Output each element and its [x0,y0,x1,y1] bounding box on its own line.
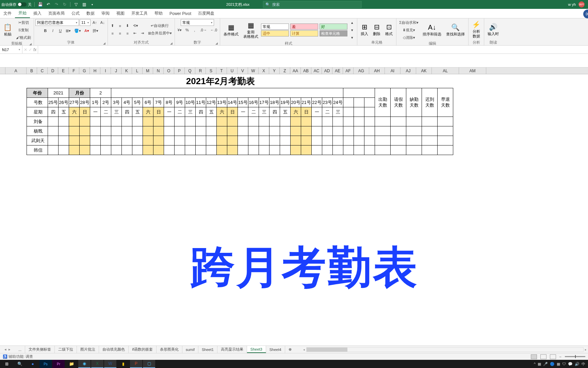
weekday-cell[interactable]: 一 [312,107,322,117]
attendance-cell[interactable] [280,145,291,155]
attendance-cell[interactable] [111,126,122,136]
attendance-cell[interactable] [322,145,333,155]
attendance-cell[interactable] [238,145,248,155]
attendance-cell[interactable] [101,136,111,145]
column-header[interactable]: AJ [401,67,416,74]
autosave-toggle[interactable]: 自动保存 关 [1,2,32,7]
attendance-cell[interactable] [196,126,206,136]
touch-icon[interactable]: ↻ [62,2,67,7]
attendance-cell[interactable] [291,117,301,126]
weekday-cell[interactable]: 日 [301,107,312,117]
weekday-cell[interactable]: 日 [153,107,164,117]
sheet-nav[interactable]: ◂▸ [0,347,15,352]
decrease-decimal-icon[interactable]: ←.0 [209,27,218,33]
autosum-button[interactable]: Σ 自动求和 ▾ [398,19,420,26]
orientation-icon[interactable]: ⟲▾ [132,22,140,29]
customize-qat-icon[interactable]: ▾ [89,2,95,7]
confirm-formula-icon[interactable]: ✓ [29,47,32,52]
attendance-cell[interactable] [333,117,343,126]
attendance-cell[interactable] [122,145,132,155]
clear-button[interactable]: ◇ 清除 ▾ [398,34,420,41]
column-header[interactable]: M [143,67,153,74]
day-header-cell[interactable]: 1号 [90,98,101,107]
number-format-select[interactable]: 常规▾ [181,19,214,26]
weekday-cell[interactable]: 日 [227,107,238,117]
summary-cell[interactable] [406,136,422,145]
attendance-cell[interactable] [175,136,185,145]
app-icon[interactable]: ◉ [78,360,91,368]
formula-input[interactable] [38,46,588,53]
attendance-cell[interactable] [248,117,259,126]
attendance-cell[interactable] [80,145,90,155]
attendance-cell[interactable] [132,117,143,126]
column-header[interactable]: AI [385,67,401,74]
phonetic-button[interactable]: 拼▾ [91,27,100,34]
employee-name-cell[interactable]: 韩信 [27,145,48,155]
column-header[interactable]: AB [301,67,311,74]
attendance-cell[interactable] [301,126,312,136]
align-right-icon[interactable]: ≡ [124,30,131,37]
attendance-cell[interactable] [259,136,270,145]
percent-icon[interactable]: % [184,27,191,33]
attendance-cell[interactable] [153,117,164,126]
cancel-formula-icon[interactable]: ✕ [24,47,27,52]
column-header[interactable]: AF [343,67,354,74]
day-header-cell[interactable]: 27号 [69,98,80,107]
attendance-cell[interactable] [48,136,59,145]
attendance-cell[interactable] [59,136,69,145]
attendance-cell[interactable] [143,117,153,126]
spreadsheet-grid[interactable]: ABCDEFGHIJKLMNOPQRSTUVWXYZAAABACADAEAFAG… [0,67,588,346]
column-header[interactable]: R [195,67,206,74]
attendance-cell[interactable] [175,145,185,155]
attendance-cell[interactable] [206,117,217,126]
column-header[interactable]: Z [280,67,290,74]
attendance-cell[interactable] [69,145,80,155]
day-header-cell[interactable]: 15号 [238,98,248,107]
attendance-cell[interactable] [175,126,185,136]
weekday-cell[interactable]: 五 [206,107,217,117]
tab-Power Pivot[interactable]: Power Pivot [166,9,195,18]
weekday-cell[interactable]: 五 [280,107,291,117]
attendance-cell[interactable] [90,126,101,136]
attendance-cell[interactable] [122,126,132,136]
find-select-button[interactable]: 🔍查找和选择 [444,22,467,37]
tray-icon[interactable]: 🎤 [543,362,548,366]
tab-公式[interactable]: 公式 [68,9,83,18]
attendance-cell[interactable] [291,145,301,155]
attendance-cell[interactable] [90,117,101,126]
attendance-cell[interactable] [270,145,280,155]
attendance-cell[interactable] [217,145,227,155]
delete-cells-button[interactable]: ⊟删除 [371,22,382,37]
weekday-cell[interactable]: 三 [111,107,122,117]
day-header-cell[interactable]: 24号 [333,98,343,107]
tab-数据[interactable]: 数据 [83,9,98,18]
column-header[interactable]: AC [311,67,322,74]
day-header-cell[interactable]: 4号 [122,98,132,107]
attendance-cell[interactable] [185,126,196,136]
save-icon[interactable]: 💾 [37,2,43,7]
attendance-cell[interactable] [280,126,291,136]
weekday-cell[interactable]: 四 [270,107,280,117]
font-color-button[interactable]: A▾ [83,27,90,34]
explorer-icon[interactable]: 📁 [65,360,78,368]
indent-decrease-icon[interactable]: ⇤ [132,30,138,37]
attendance-cell[interactable] [153,136,164,145]
attendance-cell[interactable] [259,117,270,126]
attendance-cell[interactable] [291,126,301,136]
attendance-cell[interactable] [69,136,80,145]
weekday-cell[interactable]: 六 [291,107,301,117]
attendance-cell[interactable] [69,126,80,136]
attendance-cell[interactable] [196,117,206,126]
excel-icon[interactable]: X [91,360,103,368]
column-header[interactable]: E [58,67,69,74]
column-header[interactable]: B [27,67,37,74]
day-header-cell[interactable]: 25号 [48,98,59,107]
month-label-cell[interactable]: 月份 [69,88,90,98]
attendance-cell[interactable] [301,136,312,145]
summary-cell[interactable] [406,126,422,136]
day-header-cell[interactable]: 19号 [280,98,291,107]
attendance-cell[interactable] [132,136,143,145]
sheet-tab[interactable]: 条形图美化 [157,346,182,353]
align-center-icon[interactable]: ≡ [117,30,124,37]
sheet-tab[interactable]: Sheet4 [266,346,285,353]
